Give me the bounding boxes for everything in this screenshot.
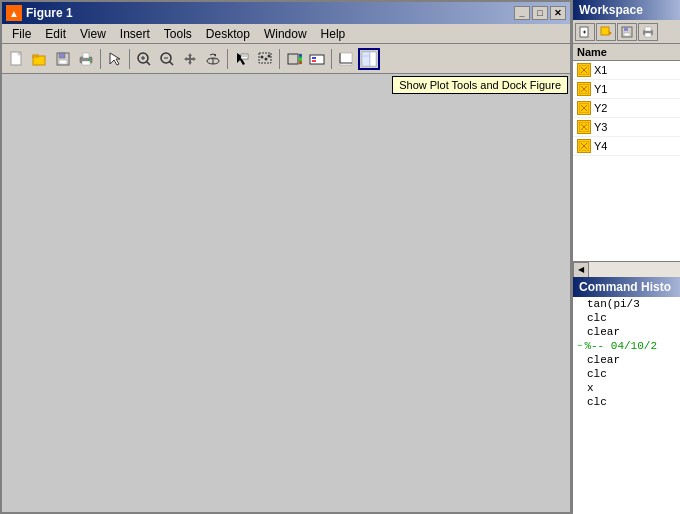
ws-variable-y1[interactable]: Y1 bbox=[573, 80, 680, 99]
svg-rect-47 bbox=[601, 27, 609, 35]
svg-point-11 bbox=[88, 59, 90, 61]
workspace-header: Workspace bbox=[573, 0, 680, 20]
minimize-btn[interactable]: _ bbox=[514, 6, 530, 20]
ws-var-name: Y2 bbox=[594, 102, 607, 114]
right-panel: Workspace Name X1 Y1 bbox=[572, 0, 680, 514]
svg-line-18 bbox=[170, 61, 174, 65]
svg-marker-20 bbox=[184, 53, 196, 65]
svg-rect-40 bbox=[370, 52, 376, 66]
title-bar: ▲ Figure 1 _ □ ✕ bbox=[2, 2, 570, 24]
ws-var-name: X1 bbox=[594, 64, 607, 76]
separator-1 bbox=[100, 49, 101, 69]
menu-file[interactable]: File bbox=[6, 25, 37, 43]
cmd-item-x: x bbox=[573, 381, 680, 395]
ws-var-name: Y3 bbox=[594, 121, 607, 133]
title-bar-left: ▲ Figure 1 bbox=[6, 5, 73, 21]
svg-marker-12 bbox=[110, 53, 120, 65]
cmd-history-content[interactable]: tan(pi/3 clc clear − %-- 04/10/2 clear c… bbox=[573, 297, 680, 514]
svg-rect-10 bbox=[83, 53, 89, 58]
menu-window[interactable]: Window bbox=[258, 25, 313, 43]
figure-title: Figure 1 bbox=[26, 6, 73, 20]
select-btn[interactable] bbox=[104, 48, 126, 70]
pan-btn[interactable] bbox=[179, 48, 201, 70]
workspace-toolbar bbox=[573, 20, 680, 44]
ws-var-name: Y4 bbox=[594, 140, 607, 152]
svg-rect-9 bbox=[82, 61, 90, 65]
toolbar: Show Plot Tools and Dock Figure bbox=[2, 44, 570, 74]
insert-legend-btn[interactable] bbox=[306, 48, 328, 70]
zoom-out-btn[interactable] bbox=[156, 48, 178, 70]
cmd-history-header: Command Histo bbox=[573, 277, 680, 297]
workspace-content[interactable]: Name X1 Y1 Y2 Y3 bbox=[573, 44, 680, 261]
svg-rect-6 bbox=[59, 53, 65, 58]
menu-view[interactable]: View bbox=[74, 25, 112, 43]
cmd-item-clc3: clc bbox=[573, 395, 680, 409]
cmd-item-clc2: clc bbox=[573, 367, 680, 381]
ws-save-btn[interactable] bbox=[617, 23, 637, 41]
rotate-btn[interactable] bbox=[202, 48, 224, 70]
ws-var-name: Y1 bbox=[594, 83, 607, 95]
ws-var-icon bbox=[577, 120, 591, 134]
cmd-section-header: − %-- 04/10/2 bbox=[573, 339, 680, 353]
print-btn[interactable] bbox=[75, 48, 97, 70]
svg-rect-54 bbox=[645, 27, 651, 31]
workspace-title: Workspace bbox=[579, 3, 643, 17]
plot-tools-dock-btn[interactable] bbox=[358, 48, 380, 70]
brush-btn[interactable] bbox=[254, 48, 276, 70]
separator-5 bbox=[331, 49, 332, 69]
ws-variable-x1[interactable]: X1 bbox=[573, 61, 680, 80]
menu-bar: File Edit View Insert Tools Desktop Wind… bbox=[2, 24, 570, 44]
hide-axes-btn[interactable] bbox=[335, 48, 357, 70]
matlab-icon: ▲ bbox=[6, 5, 22, 21]
ws-import-btn[interactable] bbox=[596, 23, 616, 41]
cmd-item-clear2: clear bbox=[573, 353, 680, 367]
figure-window: ▲ Figure 1 _ □ ✕ File Edit View Insert T… bbox=[0, 0, 572, 514]
ws-print-btn[interactable] bbox=[638, 23, 658, 41]
scroll-left-btn[interactable]: ◀ bbox=[573, 262, 589, 278]
scroll-track[interactable] bbox=[589, 262, 680, 277]
svg-rect-32 bbox=[310, 55, 324, 64]
svg-line-14 bbox=[147, 61, 151, 65]
ws-name-column-header: Name bbox=[573, 44, 680, 61]
svg-rect-24 bbox=[241, 54, 248, 59]
plot-area[interactable] bbox=[2, 74, 570, 512]
svg-point-27 bbox=[261, 55, 264, 58]
separator-2 bbox=[129, 49, 130, 69]
ws-var-icon bbox=[577, 63, 591, 77]
svg-marker-48 bbox=[609, 31, 612, 35]
svg-point-28 bbox=[265, 57, 268, 60]
menu-help[interactable]: Help bbox=[315, 25, 352, 43]
separator-3 bbox=[227, 49, 228, 69]
title-buttons: _ □ ✕ bbox=[514, 6, 566, 20]
svg-rect-39 bbox=[362, 52, 370, 66]
menu-desktop[interactable]: Desktop bbox=[200, 25, 256, 43]
cmd-item-tan: tan(pi/3 bbox=[573, 297, 680, 311]
svg-rect-31 bbox=[299, 54, 302, 64]
ws-variable-y2[interactable]: Y2 bbox=[573, 99, 680, 118]
horizontal-scrollbar[interactable]: ◀ bbox=[573, 261, 680, 277]
ws-new-btn[interactable] bbox=[575, 23, 595, 41]
close-btn[interactable]: ✕ bbox=[550, 6, 566, 20]
open-btn[interactable] bbox=[29, 48, 51, 70]
cmd-history-title: Command Histo bbox=[579, 280, 671, 294]
insert-colorbar-btn[interactable] bbox=[283, 48, 305, 70]
separator-4 bbox=[279, 49, 280, 69]
cmd-item-clear1: clear bbox=[573, 325, 680, 339]
svg-rect-50 bbox=[624, 27, 628, 31]
save-btn[interactable] bbox=[52, 48, 74, 70]
maximize-btn[interactable]: □ bbox=[532, 6, 548, 20]
zoom-in-btn[interactable] bbox=[133, 48, 155, 70]
svg-rect-53 bbox=[645, 33, 651, 37]
svg-rect-4 bbox=[33, 55, 38, 57]
menu-edit[interactable]: Edit bbox=[39, 25, 72, 43]
svg-rect-7 bbox=[59, 60, 67, 64]
menu-tools[interactable]: Tools bbox=[158, 25, 198, 43]
ws-var-icon bbox=[577, 101, 591, 115]
ws-variable-y3[interactable]: Y3 bbox=[573, 118, 680, 137]
svg-point-29 bbox=[268, 54, 271, 57]
menu-insert[interactable]: Insert bbox=[114, 25, 156, 43]
data-cursor-btn[interactable] bbox=[231, 48, 253, 70]
ws-variable-y4[interactable]: Y4 bbox=[573, 137, 680, 156]
ws-var-icon bbox=[577, 139, 591, 153]
new-figure-btn[interactable] bbox=[6, 48, 28, 70]
